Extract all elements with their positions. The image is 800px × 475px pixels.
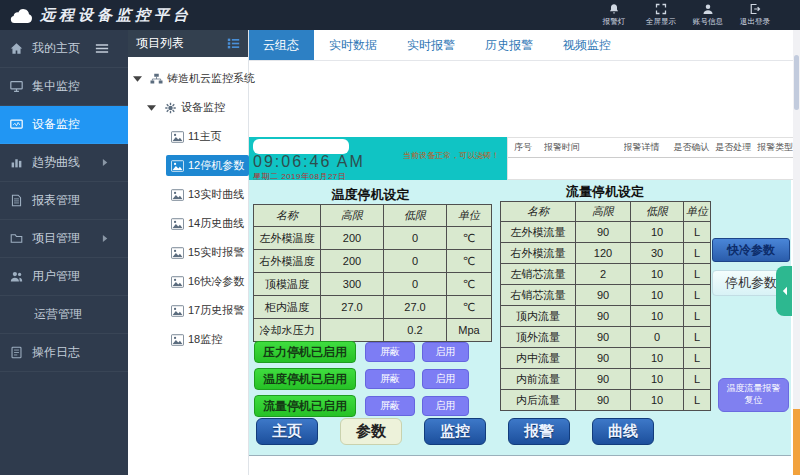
flow-shutdown-enable-button[interactable]: 启用: [422, 396, 469, 416]
table-cell: 90: [576, 327, 631, 348]
tree-item-label: 11主页: [188, 129, 221, 144]
panel-collapse-handle[interactable]: [776, 266, 792, 316]
table-cell: 0: [384, 273, 447, 296]
alarm-light-button[interactable]: 报警灯: [590, 0, 637, 30]
sidebar-item-central-monitoring[interactable]: 集中监控: [0, 68, 128, 106]
table-cell: 2: [576, 264, 631, 285]
flow-shutdown-mask-button[interactable]: 屏蔽: [365, 396, 415, 416]
tree-item-18-monitor[interactable]: 18监控: [128, 325, 248, 354]
sidebar-item-my-home[interactable]: 我的主页: [0, 30, 128, 68]
column-header: 高限: [576, 202, 631, 222]
table-cell: 90: [576, 369, 631, 390]
table-cell: ℃: [447, 273, 492, 296]
tree-item-17-history-alarm[interactable]: 17历史报警: [128, 296, 248, 325]
chart-icon: [10, 156, 23, 169]
tree-item-16-quickcool-params[interactable]: 16快冷参数: [128, 267, 248, 296]
table-cell: L: [684, 222, 711, 243]
table-cell: ℃: [447, 296, 492, 319]
tab-realtime-alarm[interactable]: 实时报警: [392, 30, 470, 60]
nav-home-button[interactable]: 主页: [256, 418, 318, 445]
temperature-shutdown-status-button[interactable]: 温度停机已启用: [254, 368, 356, 390]
tree-item-label: 15实时报警: [188, 245, 244, 260]
sidebar-item-operations-management[interactable]: 运营管理: [0, 296, 128, 334]
tree-item-12-shutdown-params[interactable]: 12停机参数: [128, 151, 248, 180]
flow-table: 名称高限低限单位左外模流量9010L右外模流量12030L左销芯流量210L右销…: [500, 201, 711, 411]
image-icon: [171, 334, 184, 346]
tab-label: 历史报警: [485, 37, 533, 54]
pressure-shutdown-status-button[interactable]: 压力停机已启用: [254, 341, 356, 363]
nav-monitor-button[interactable]: 监控: [424, 418, 486, 445]
tree-item-label: 17历史报警: [188, 303, 244, 318]
tab-cloud-scada[interactable]: 云组态: [248, 30, 314, 60]
tree-item-label: 16快冷参数: [188, 274, 244, 289]
table-row: 内后流量9010L: [501, 390, 711, 411]
tree-item-label: 13实时曲线: [188, 187, 244, 202]
table-cell: 27.0: [321, 296, 384, 319]
table-row: 顶外流量900L: [501, 327, 711, 348]
table-cell: 内后流量: [501, 390, 576, 411]
tab-realtime-data[interactable]: 实时数据: [314, 30, 392, 60]
logout-button[interactable]: 退出登录: [731, 0, 778, 30]
temperature-shutdown-enable-button[interactable]: 启用: [422, 369, 469, 389]
tree-item-15-realtime-alarm[interactable]: 15实时报警: [128, 238, 248, 267]
pressure-shutdown-mask-button[interactable]: 屏蔽: [365, 342, 415, 362]
tab-video-monitor[interactable]: 视频监控: [548, 30, 626, 60]
device-status-message: 当前设备正常，可以浇铸！: [403, 150, 499, 161]
tree-item-device-monitoring-node[interactable]: 设备监控: [128, 93, 248, 122]
column-header: 单位: [684, 202, 711, 222]
alarm-light-label: 报警灯: [602, 16, 625, 26]
temp-flow-alarm-reset-button[interactable]: 温度流量报警 复位: [718, 378, 789, 412]
tab-history-alarm[interactable]: 历史报警: [470, 30, 548, 60]
table-cell: 10: [631, 369, 684, 390]
quick-cool-params-button[interactable]: 快冷参数: [712, 238, 790, 262]
scrollbar-thumb[interactable]: [794, 55, 799, 110]
sidebar-item-user-management[interactable]: 用户管理: [0, 258, 128, 296]
sidebar-item-label: 集中监控: [32, 78, 80, 95]
tree-item-11-home[interactable]: 11主页: [128, 122, 248, 151]
sidebar-item-trend-curves[interactable]: 趋势曲线: [0, 144, 128, 182]
fullscreen-display-button[interactable]: 全屏显示: [637, 0, 684, 30]
vertical-scrollbar[interactable]: [793, 30, 800, 475]
sidebar-item-project-management[interactable]: 项目管理: [0, 220, 128, 258]
tree-item-14-history-curve[interactable]: 14历史曲线: [128, 209, 248, 238]
table-cell: 90: [576, 222, 631, 243]
status-row-flow-shutdown: 流量停机已启用屏蔽启用: [254, 395, 469, 417]
image-icon: [171, 189, 184, 201]
tab-label: 实时报警: [407, 37, 455, 54]
alarm-table-header: 序号报警时间报警详情是否确认是否处理报警类型: [508, 138, 793, 158]
temp-table-title: 温度停机设定: [248, 186, 493, 204]
nav-curve-button[interactable]: 曲线: [592, 418, 654, 445]
table-header-row: 名称高限低限单位: [254, 205, 492, 227]
logout-icon: [749, 3, 761, 15]
sidebar-item-operation-log[interactable]: 操作日志: [0, 334, 128, 372]
nav-params-button[interactable]: 参数: [340, 418, 402, 445]
table-row: 左外模流量9010L: [501, 222, 711, 243]
table-cell: 200: [321, 250, 384, 273]
tree-item-label: 设备监控: [181, 100, 225, 115]
nav-alarm-button[interactable]: 报警: [508, 418, 570, 445]
table-row: 顶模温度3000℃: [254, 273, 492, 296]
tree-item-label: 18监控: [188, 332, 222, 347]
flow-shutdown-status-button[interactable]: 流量停机已启用: [254, 395, 356, 417]
pressure-shutdown-enable-button[interactable]: 启用: [422, 342, 469, 362]
users-icon: [10, 270, 23, 283]
table-cell: 90: [576, 306, 631, 327]
column-header: 低限: [631, 202, 684, 222]
table-cell: 120: [576, 243, 631, 264]
sidebar-item-device-monitoring[interactable]: 设备监控: [0, 106, 128, 144]
list-icon[interactable]: [227, 37, 240, 50]
table-cell: 10: [631, 390, 684, 411]
tree-item-13-realtime-curve[interactable]: 13实时曲线: [128, 180, 248, 209]
project-tree: 铸造机云监控系统设备监控11主页12停机参数13实时曲线14历史曲线15实时报警…: [128, 57, 248, 354]
table-cell: 0.2: [384, 319, 447, 342]
header-actions: 报警灯全屏显示账号信息退出登录: [590, 0, 778, 30]
temperature-shutdown-mask-button[interactable]: 屏蔽: [365, 369, 415, 389]
account-info-button[interactable]: 账号信息: [684, 0, 731, 30]
project-panel-header: 项目列表: [128, 30, 248, 57]
tree-item-casting-cloud-system[interactable]: 铸造机云监控系统: [128, 64, 248, 93]
chevron-right-icon: [102, 158, 109, 167]
app-title: 远程设备监控平台: [40, 6, 192, 25]
sidebar-item-report-management[interactable]: 报表管理: [0, 182, 128, 220]
table-row: 右外模流量12030L: [501, 243, 711, 264]
image-icon: [171, 218, 184, 230]
